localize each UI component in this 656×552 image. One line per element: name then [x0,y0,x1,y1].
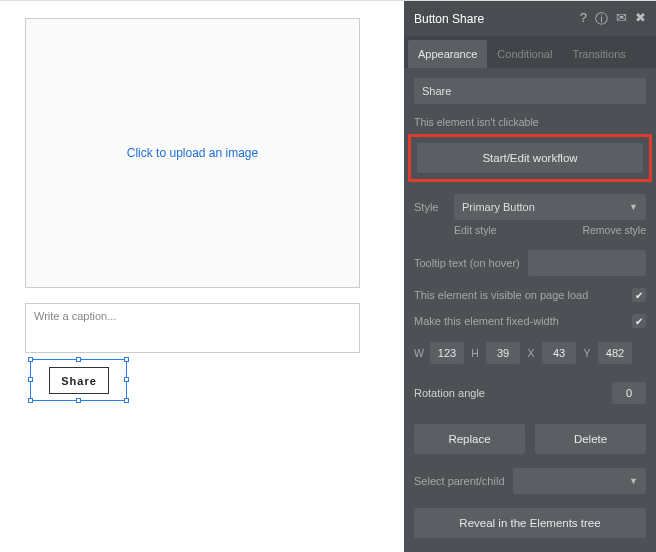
caption-placeholder: Write a caption... [34,310,116,322]
panel-tabs: Appearance Conditional Transitions [404,36,656,68]
panel-title: Button Share [414,12,484,26]
resize-handle[interactable] [124,377,129,382]
w-input[interactable]: 123 [430,342,464,364]
h-input[interactable]: 39 [486,342,520,364]
tooltip-label: Tooltip text (on hover) [414,257,520,269]
x-input[interactable]: 43 [542,342,576,364]
remove-style-link[interactable]: Remove style [582,224,646,236]
chevron-down-icon: ▼ [629,476,638,486]
y-input[interactable]: 482 [598,342,632,364]
resize-handle[interactable] [28,357,33,362]
tooltip-input[interactable] [528,250,646,276]
rotation-input[interactable]: 0 [612,382,646,404]
tab-conditional[interactable]: Conditional [487,40,562,68]
tab-appearance[interactable]: Appearance [408,40,487,68]
resize-handle[interactable] [76,398,81,403]
reveal-in-elements-tree-button[interactable]: Reveal in the Elements tree [414,508,646,538]
resize-handle[interactable] [124,398,129,403]
rotation-label: Rotation angle [414,387,485,399]
x-label: X [526,347,536,359]
property-panel: Button Share ? ⓘ ✉ ✖ Appearance Conditio… [404,1,656,552]
comment-icon[interactable]: ✉ [616,10,627,28]
fixed-width-checkbox[interactable]: ✔ [632,314,646,328]
chevron-down-icon: ▼ [629,202,638,212]
fixed-width-label: Make this element fixed-width [414,315,559,327]
visible-on-load-checkbox[interactable]: ✔ [632,288,646,302]
resize-handle[interactable] [124,357,129,362]
resize-handle[interactable] [28,398,33,403]
element-name-input[interactable]: Share [414,78,646,104]
select-parent-child-dropdown[interactable]: ▼ [513,468,647,494]
caption-input[interactable]: Write a caption... [25,303,360,353]
h-label: H [470,347,480,359]
start-edit-workflow-button[interactable]: Start/Edit workflow [417,143,643,173]
info-icon[interactable]: ⓘ [595,10,608,28]
panel-header: Button Share ? ⓘ ✉ ✖ [404,1,656,36]
y-label: Y [582,347,592,359]
resize-handle[interactable] [28,377,33,382]
upload-prompt: Click to upload an image [127,146,258,160]
dimensions-row: W 123 H 39 X 43 Y 482 [414,342,646,364]
replace-button[interactable]: Replace [414,424,525,454]
share-button-label: Share [61,375,97,387]
tab-transitions[interactable]: Transitions [562,40,635,68]
resize-handle[interactable] [76,357,81,362]
style-dropdown[interactable]: Primary Button ▼ [454,194,646,220]
delete-button[interactable]: Delete [535,424,646,454]
help-icon[interactable]: ? [580,10,587,28]
image-upload-box[interactable]: Click to upload an image [25,18,360,288]
not-clickable-note: This element isn't clickable [414,116,646,128]
panel-body: Share This element isn't clickable Start… [404,68,656,548]
editor-canvas: Click to upload an image Write a caption… [0,1,395,552]
share-button-element[interactable]: Share [49,367,109,394]
workflow-highlight: Start/Edit workflow [408,134,652,182]
w-label: W [414,347,424,359]
close-icon[interactable]: ✖ [635,10,646,28]
edit-style-link[interactable]: Edit style [454,224,497,236]
style-label: Style [414,201,446,213]
visible-on-load-label: This element is visible on page load [414,289,588,301]
select-parent-child-label: Select parent/child [414,475,505,487]
